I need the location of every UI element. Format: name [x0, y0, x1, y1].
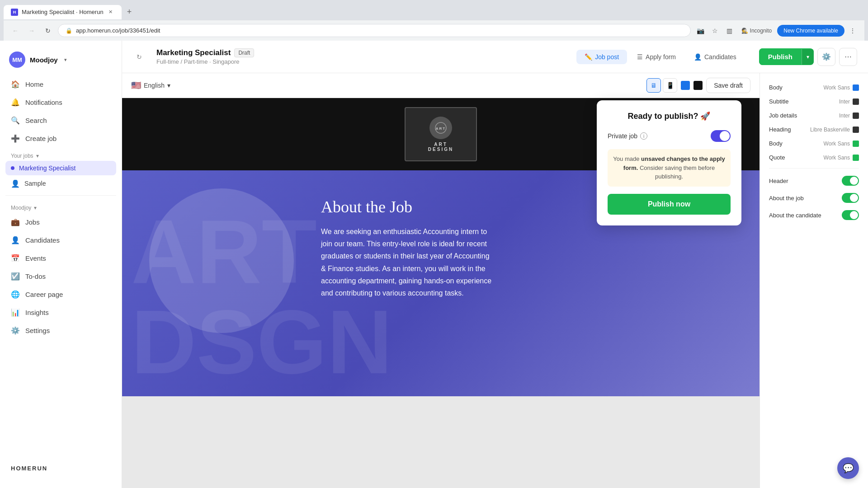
color-swatch-subtitle[interactable]: [853, 99, 859, 105]
private-job-row: Private job i: [608, 130, 731, 142]
font-row-subtitle: Subtitle Inter: [760, 94, 868, 108]
flag-icon: 🇺🇸: [131, 80, 141, 90]
sidebar-item-label: Settings: [25, 327, 50, 334]
refresh-job-button[interactable]: ↻: [133, 51, 146, 63]
sidebar-item-insights[interactable]: 📊 Insights: [5, 303, 116, 321]
color-swatch-job-details[interactable]: [853, 113, 859, 119]
form-icon: ☰: [637, 53, 643, 61]
main-content: ↻ Marketing Specialist Draft Full-time /…: [122, 41, 868, 488]
tab-candidates[interactable]: 👤 Candidates: [686, 50, 745, 64]
more-options-icon[interactable]: ⋮: [846, 24, 859, 37]
private-job-label: Private job i: [608, 132, 647, 140]
tab-job-post[interactable]: ✏️ Job post: [576, 50, 627, 64]
sidebar-item-search[interactable]: 🔍 Search: [5, 111, 116, 129]
browser-frame: H Marketing Specialist · Homerun ✕ + ← →…: [0, 0, 868, 488]
browser-chrome: H Marketing Specialist · Homerun ✕ + ← →…: [0, 0, 868, 41]
chat-support-button[interactable]: 💬: [837, 457, 859, 479]
job-name: Marketing Specialist: [156, 48, 231, 57]
active-tab[interactable]: H Marketing Specialist · Homerun ✕: [4, 5, 122, 19]
lock-icon: 🔒: [66, 28, 72, 34]
sidebar-item-label: Candidates: [25, 236, 60, 244]
publish-main-button[interactable]: Publish: [759, 48, 802, 65]
calendar-icon: 📅: [11, 253, 20, 263]
reload-button[interactable]: ↻: [42, 24, 54, 37]
sidebar-item-jobs[interactable]: 💼 Jobs: [5, 213, 116, 231]
sidebar-item-notifications[interactable]: 🔔 Notifications: [5, 93, 116, 111]
device-buttons: 🖥 📱: [646, 78, 677, 93]
bookmark-button[interactable]: ☆: [709, 24, 722, 37]
job-item-sample[interactable]: 👤 Sample: [5, 175, 116, 192]
about-candidate-toggle[interactable]: [842, 210, 859, 220]
color-swatch-blue: [681, 81, 690, 90]
font-name: Inter: [839, 99, 850, 105]
font-label: Body: [769, 84, 783, 91]
color-swatch-body[interactable]: [853, 84, 859, 91]
logo-circle: ART: [429, 117, 452, 139]
candidates-tab-icon: 👤: [694, 53, 702, 61]
language-label: English: [144, 82, 165, 89]
sidebar-item-todos[interactable]: ☑️ To-dos: [5, 267, 116, 285]
font-label: Quote: [769, 154, 785, 161]
org-header[interactable]: MM Moodjoy ▾: [0, 48, 122, 75]
edit-icon: ✏️: [585, 53, 592, 61]
job-item-label: Marketing Specialist: [19, 164, 75, 172]
forward-button[interactable]: →: [25, 24, 38, 37]
sidebar-item-label: Insights: [25, 309, 49, 316]
sidebar-item-career-page[interactable]: 🌐 Career page: [5, 285, 116, 303]
tab-apply-form[interactable]: ☰ Apply form: [629, 50, 684, 64]
sidebar-item-candidates[interactable]: 👤 Candidates: [5, 231, 116, 249]
sidebar-item-events[interactable]: 📅 Events: [5, 249, 116, 267]
address-bar[interactable]: 🔒 app.homerun.co/job/336451/edit: [58, 24, 691, 37]
art-design-logo: ART ART DESIGN: [405, 107, 477, 161]
more-options-button[interactable]: ⋯: [839, 48, 857, 66]
sidebar-item-home[interactable]: 🏠 Home: [5, 75, 116, 93]
back-button[interactable]: ←: [9, 24, 22, 37]
your-jobs-label: Your jobs ▾: [0, 147, 122, 161]
about-job-toggle[interactable]: [842, 193, 859, 203]
sidebar-item-label: Jobs: [25, 218, 40, 226]
sidebar-item-settings[interactable]: ⚙️ Settings: [5, 321, 116, 339]
org-nav: 💼 Jobs 👤 Candidates 📅 Events ☑️ To-dos 🌐: [0, 213, 122, 339]
sidebar-toggle-button[interactable]: ▥: [723, 24, 736, 37]
new-chrome-button[interactable]: New Chrome available: [777, 25, 844, 37]
new-tab-button[interactable]: +: [123, 4, 136, 20]
color-swatch-quote[interactable]: [853, 155, 859, 161]
desktop-view-button[interactable]: 🖥: [646, 78, 661, 93]
sidebar-item-label: Events: [25, 254, 46, 262]
tab-favicon: H: [11, 9, 18, 16]
save-draft-button[interactable]: Save draft: [706, 78, 750, 93]
toggle-label: Header: [769, 178, 788, 184]
language-selector[interactable]: 🇺🇸 English ▾: [131, 80, 170, 90]
font-row-quote: Quote Work Sans: [760, 150, 868, 164]
main-nav: 🏠 Home 🔔 Notifications 🔍 Search ➕ Create…: [0, 75, 122, 147]
settings-gear-button[interactable]: ⚙️: [817, 48, 835, 66]
top-bar-actions: Publish ▾ ⚙️ ⋯: [759, 48, 857, 66]
publish-now-button[interactable]: Publish now: [608, 194, 731, 215]
sidebar: MM Moodjoy ▾ 🏠 Home 🔔 Notifications 🔍 Se…: [0, 41, 122, 488]
globe-icon: 🌐: [11, 290, 20, 299]
sidebar-item-create-job[interactable]: ➕ Create job: [5, 129, 116, 147]
info-icon[interactable]: i: [640, 132, 647, 140]
job-item-marketing-specialist[interactable]: Marketing Specialist: [5, 161, 116, 175]
lang-chevron-icon: ▾: [167, 82, 170, 89]
private-job-toggle[interactable]: [711, 130, 731, 142]
person-icon: 👤: [11, 179, 20, 188]
font-row-heading: Heading Libre Baskerville: [760, 122, 868, 136]
checkbox-icon: ☑️: [11, 272, 20, 281]
color-swatch-body2[interactable]: [853, 141, 859, 147]
tab-close-button[interactable]: ✕: [107, 9, 114, 16]
briefcase-icon: 💼: [11, 217, 20, 226]
org-section-chevron-icon: ▾: [34, 205, 37, 211]
font-label: Heading: [769, 126, 791, 133]
sidebar-item-label: Home: [25, 80, 43, 88]
color-swatch-heading[interactable]: [853, 127, 859, 133]
mobile-view-button[interactable]: 📱: [663, 78, 677, 93]
org-section-label: Moodjoy ▾: [0, 199, 122, 213]
camera-icon-button[interactable]: 📷: [694, 24, 707, 37]
your-jobs-list: Marketing Specialist 👤 Sample: [0, 161, 122, 192]
plus-icon: ➕: [11, 134, 20, 143]
header-toggle[interactable]: [842, 176, 859, 186]
sidebar-item-label: To-dos: [25, 272, 46, 280]
publish-dropdown-button[interactable]: ▾: [802, 49, 814, 65]
private-job-text: Private job: [608, 132, 637, 140]
